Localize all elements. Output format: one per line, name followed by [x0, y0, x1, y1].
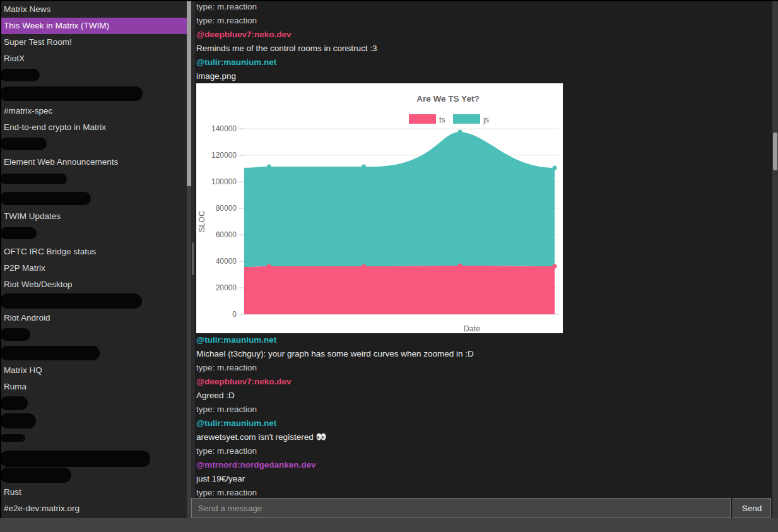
message-text: @mtrnord:nordgedanken.dev — [196, 460, 315, 470]
event-type-label: type: m.reaction — [196, 0, 772, 14]
redaction-mark — [0, 346, 100, 360]
timeline-scrollbar-handle[interactable] — [773, 133, 777, 170]
message-text: @tulir:maunium.net — [196, 57, 276, 67]
redaction-mark — [0, 451, 150, 467]
window-left-edge — [0, 0, 1, 518]
chart-title: Are We TS Yet? — [416, 94, 479, 103]
redaction-mark — [0, 86, 143, 101]
svg-text:100000: 100000 — [211, 177, 237, 186]
room-item-redacted[interactable] — [0, 86, 187, 103]
message-text: type: m.reaction — [196, 363, 257, 372]
room-item-redacted[interactable] — [0, 227, 187, 244]
room-item-redacted[interactable] — [0, 434, 187, 451]
pane-splitter-grip[interactable] — [192, 242, 194, 275]
room-item-redacted[interactable] — [0, 468, 187, 484]
room-item[interactable]: Riot Android — [0, 310, 187, 326]
send-button[interactable]: Send — [733, 498, 771, 518]
svg-text:0: 0 — [232, 310, 237, 319]
event-type-label: type: m.reaction — [196, 444, 772, 458]
message-text: Agreed :D — [196, 391, 235, 400]
legend-label-ts: ts — [439, 115, 445, 124]
message-body: Reminds me of the control rooms in const… — [196, 42, 772, 56]
message-body: image.png — [196, 69, 772, 83]
room-item[interactable]: Matrix HQ — [0, 362, 187, 379]
room-list-sidebar: Matrix NewsThis Week in Matrix (TWIM)Sup… — [0, 0, 187, 518]
room-item[interactable]: Element Web Announcements — [0, 154, 187, 170]
room-item-redacted[interactable] — [0, 192, 187, 208]
redaction-mark — [0, 138, 47, 150]
room-item-redacted[interactable] — [0, 174, 187, 190]
room-item[interactable]: RiotX — [0, 50, 187, 67]
bottom-strip — [0, 518, 778, 532]
sender-name[interactable]: @tulir:maunium.net — [196, 333, 772, 347]
legend-swatch-js — [453, 114, 480, 124]
room-item-redacted[interactable] — [0, 328, 187, 345]
room-item-redacted[interactable] — [0, 413, 187, 430]
message-text: Reminds me of the control rooms in const… — [196, 44, 377, 53]
message-text: @tulir:maunium.net — [196, 418, 276, 428]
are-we-ts-yet-chart: Are We TS Yet? ts js 0200004000060000800… — [196, 83, 563, 333]
message-input[interactable] — [191, 498, 731, 518]
message-text: type: m.reaction — [196, 488, 257, 497]
message-text: @deepbluev7:neko.dev — [196, 377, 291, 386]
room-item[interactable]: Ruma — [0, 379, 187, 395]
room-item-redacted[interactable] — [0, 69, 187, 85]
redaction-mark — [0, 227, 37, 239]
sender-name[interactable]: @tulir:maunium.net — [196, 417, 772, 430]
redaction-mark — [0, 468, 71, 483]
redaction-mark — [0, 174, 67, 184]
sender-name[interactable]: @deepbluev7:neko.dev — [196, 28, 772, 42]
eyes-emoji — [316, 431, 326, 444]
composer: Send — [191, 498, 771, 518]
message-text: type: m.reaction — [196, 405, 257, 414]
timeline-scrollbar[interactable] — [772, 0, 778, 518]
svg-text:20000: 20000 — [216, 283, 237, 292]
svg-text:120000: 120000 — [211, 151, 237, 160]
sender-name[interactable]: @deepbluev7:neko.dev — [196, 375, 772, 389]
sidebar-scrollbar[interactable] — [187, 0, 191, 518]
room-item-redacted[interactable] — [0, 293, 187, 310]
message-body: Michael (t3chguy): your graph has some w… — [196, 347, 772, 361]
redaction-mark — [0, 434, 25, 442]
event-type-label: type: m.reaction — [196, 14, 772, 28]
room-item[interactable]: #matrix-spec — [0, 103, 187, 119]
event-type-label: type: m.reaction — [196, 361, 772, 375]
message-text: type: m.reaction — [196, 2, 257, 11]
x-axis-label: Date — [464, 324, 480, 333]
room-item[interactable]: OFTC IRC Bridge status — [0, 244, 187, 260]
room-item[interactable]: End-to-end crypto in Matrix — [0, 119, 187, 136]
chart-image-attachment[interactable]: Are We TS Yet? ts js 0200004000060000800… — [196, 83, 563, 333]
room-item[interactable]: TWIM Updates — [0, 208, 187, 225]
room-item[interactable]: #e2e-dev:matrix.org — [0, 500, 187, 517]
sidebar-scrollbar-handle[interactable] — [187, 0, 191, 186]
redaction-mark — [0, 293, 142, 309]
ts-area-series — [244, 266, 555, 314]
room-item[interactable]: Rust — [0, 484, 187, 500]
room-item-redacted[interactable] — [0, 138, 187, 154]
message-timeline: type: m.reactiontype: m.reaction@deepblu… — [195, 0, 772, 518]
room-item-redacted[interactable] — [0, 451, 187, 467]
room-item[interactable]: P2P Matrix — [0, 260, 187, 276]
room-item-redacted[interactable] — [0, 346, 187, 362]
sender-name[interactable]: @tulir:maunium.net — [196, 56, 772, 69]
room-item[interactable]: Matrix News — [0, 1, 187, 18]
room-item[interactable]: Super Test Room! — [0, 34, 187, 50]
app-window: Matrix NewsThis Week in Matrix (TWIM)Sup… — [0, 0, 778, 532]
y-axis-label: SLOC — [197, 211, 206, 232]
message-text: @tulir:maunium.net — [196, 335, 276, 345]
sender-name[interactable]: @mtrnord:nordgedanken.dev — [196, 458, 772, 472]
redaction-mark — [0, 328, 30, 341]
svg-text:80000: 80000 — [216, 204, 237, 213]
message-text: just 19€/year — [196, 474, 245, 483]
redaction-mark — [0, 69, 40, 81]
redaction-mark — [0, 396, 28, 410]
room-item-redacted[interactable] — [0, 396, 187, 413]
legend-swatch-ts — [409, 114, 436, 124]
svg-text:140000: 140000 — [211, 124, 237, 133]
room-item[interactable]: Riot Web/Desktop — [0, 276, 187, 293]
room-item[interactable]: This Week in Matrix (TWIM) — [0, 18, 187, 34]
message-body: Agreed :D — [196, 389, 772, 403]
redaction-mark — [0, 413, 36, 429]
message-text: type: m.reaction — [196, 16, 257, 25]
redaction-mark — [0, 192, 91, 205]
